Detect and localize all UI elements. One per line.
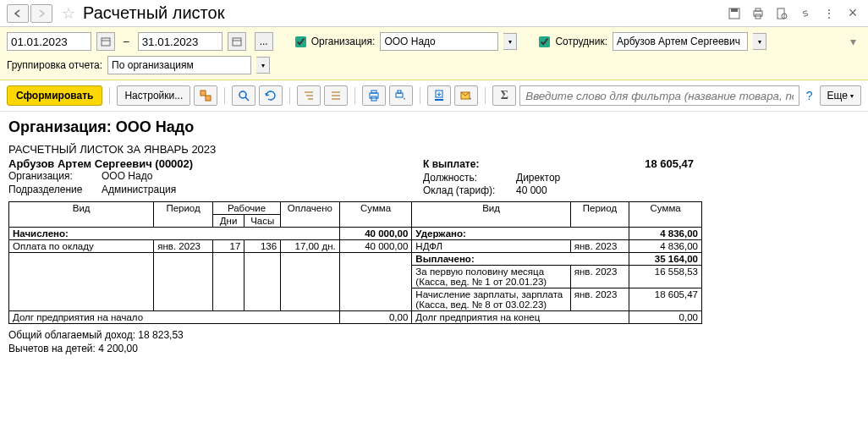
svg-rect-24 — [396, 93, 403, 97]
more-button[interactable]: Еще ▾ — [820, 85, 861, 106]
close-icon[interactable]: × — [844, 5, 861, 22]
svg-rect-1 — [731, 8, 738, 12]
payslip-table: Вид Период Рабочие Оплачено Сумма Вид Пе… — [8, 201, 702, 324]
org-combo-value: ООО Надо — [384, 36, 435, 47]
sum-button[interactable]: Σ — [492, 85, 516, 106]
variants-button[interactable] — [194, 85, 217, 106]
grouping-label: Группировка отчета: — [7, 59, 102, 71]
emp-combo[interactable]: Арбузов Артем Сергеевич — [613, 32, 748, 51]
svg-rect-7 — [102, 38, 110, 46]
svg-point-13 — [239, 91, 246, 98]
org-checkbox[interactable] — [295, 36, 306, 47]
emp-label: Сотрудник: — [555, 36, 607, 47]
employee-name: Арбузов Артем Сергеевич (00002) — [8, 157, 423, 170]
date-range-more-button[interactable]: ... — [255, 32, 273, 51]
grouping-combo-dropdown-icon[interactable]: ▾ — [256, 57, 270, 74]
grouping-combo-value: По организациям — [112, 59, 194, 71]
child-deduction: Вычетов на детей: 4 200,00 — [8, 343, 860, 356]
report-area: Организация: ООО Надо РАСЧЕТНЫЙ ЛИСТОК З… — [0, 112, 868, 362]
grouping-combo[interactable]: По организациям — [107, 56, 251, 74]
print-menu-button[interactable] — [389, 85, 413, 106]
svg-rect-12 — [206, 96, 211, 101]
send-mail-button[interactable] — [454, 85, 478, 106]
svg-rect-9 — [233, 38, 241, 46]
svg-rect-22 — [371, 91, 376, 93]
generate-button[interactable]: Сформировать — [7, 85, 102, 106]
nav-forward-button[interactable] — [30, 4, 52, 23]
report-org-title: Организация: ООО Надо — [8, 118, 860, 136]
emp-combo-dropdown-icon[interactable]: ▾ — [753, 33, 766, 50]
refresh-button[interactable] — [259, 85, 283, 106]
favorite-star-icon[interactable]: ☆ — [59, 4, 78, 23]
svg-rect-25 — [398, 91, 401, 93]
help-icon[interactable]: ? — [803, 89, 816, 102]
date-range-dash: – — [124, 36, 129, 47]
find-button[interactable] — [232, 85, 255, 106]
print-icon[interactable] — [750, 5, 766, 22]
org-combo-dropdown-icon[interactable]: ▾ — [503, 33, 517, 50]
svg-line-14 — [245, 97, 249, 101]
print-button[interactable] — [362, 85, 386, 106]
report-sheet-title: РАСЧЕТНЫЙ ЛИСТОК ЗА ЯНВАРЬ 2023 — [8, 143, 860, 156]
emp-checkbox[interactable] — [539, 36, 550, 47]
save-icon[interactable] — [726, 5, 743, 22]
org-label: Организация: — [311, 36, 376, 47]
svg-rect-11 — [201, 91, 206, 96]
svg-rect-3 — [755, 8, 761, 11]
date-from-input[interactable] — [7, 32, 91, 51]
date-from-picker-icon[interactable] — [96, 32, 115, 51]
settings-button[interactable]: Настройки... — [117, 85, 190, 106]
save-file-button[interactable] — [427, 85, 451, 106]
emp-combo-value: Арбузов Артем Сергеевич — [617, 36, 740, 47]
nav-back-button[interactable] — [7, 4, 29, 23]
page-title: Расчетный листок — [83, 3, 726, 23]
date-to-input[interactable] — [138, 32, 222, 51]
link-icon[interactable] — [797, 5, 814, 22]
expand-all-button[interactable] — [297, 85, 321, 106]
filter-funnel-icon[interactable]: ▾ — [845, 35, 861, 48]
org-combo[interactable]: ООО Надо — [380, 32, 498, 51]
preview-icon[interactable] — [773, 5, 790, 22]
filter-input[interactable] — [519, 85, 799, 106]
collapse-all-button[interactable] — [324, 85, 348, 106]
kebab-menu-icon[interactable]: ⋮ — [821, 5, 838, 22]
taxable-income: Общий облагаемый доход: 18 823,53 — [8, 329, 860, 343]
date-to-picker-icon[interactable] — [228, 32, 246, 51]
